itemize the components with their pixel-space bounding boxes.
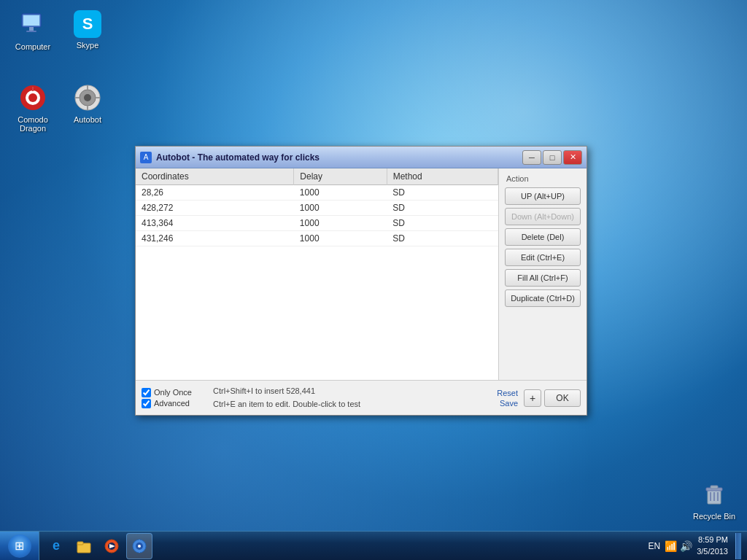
- up-button[interactable]: UP (Alt+UP): [505, 187, 581, 205]
- only-once-row: Only Once: [142, 388, 207, 397]
- dialog-table-area[interactable]: Coordinates Delay Method 28,26 1000 SD 4…: [136, 168, 499, 380]
- desktop: Computer S Skype Comodo Dragon: [0, 0, 747, 560]
- hint1: Ctrl+Shift+I to insert 528,441: [213, 385, 491, 398]
- edit-button[interactable]: Edit (Ctrl+E): [505, 249, 581, 266]
- duplicate-button[interactable]: Duplicate (Ctrl+D): [505, 289, 581, 307]
- svg-point-6: [28, 93, 37, 102]
- dialog-title-icon: A: [140, 152, 152, 163]
- hint2: Ctrl+E an item to edit. Double-click to …: [213, 398, 491, 411]
- autobot-icon-label: Autobot: [74, 115, 101, 124]
- taskbar-language: EN: [649, 541, 661, 551]
- cell-coords: 428,272: [136, 201, 294, 216]
- svg-rect-17: [711, 486, 718, 489]
- action-label: Action: [505, 174, 581, 183]
- taskbar: ⊞ e: [0, 531, 747, 560]
- svg-rect-7: [32, 87, 34, 91]
- desktop-icon-skype[interactable]: S Skype: [62, 7, 113, 52]
- taskbar-sys-icons: 📶 🔊: [665, 540, 692, 552]
- comodo-icon: [18, 83, 47, 112]
- show-desktop-button[interactable]: [735, 533, 741, 559]
- start-button[interactable]: ⊞: [0, 532, 39, 561]
- only-once-checkbox[interactable]: [142, 388, 151, 397]
- svg-rect-13: [75, 97, 80, 98]
- taskbar-volume-icon[interactable]: 🔊: [680, 540, 692, 552]
- autobot-dialog: A Autobot - The automated way for clicks…: [135, 146, 587, 416]
- skype-icon: S: [74, 10, 101, 38]
- col-method: Method: [387, 168, 498, 185]
- autobot-icon: [73, 83, 102, 112]
- taskbar-icons: e: [39, 532, 156, 560]
- recycle-bin-icon-label: Recycle Bin: [693, 512, 735, 521]
- svg-rect-22: [77, 542, 83, 545]
- cell-method: SD: [387, 231, 498, 246]
- dialog-titlebar[interactable]: A Autobot - The automated way for clicks…: [136, 147, 587, 168]
- table-header-row: Coordinates Delay Method: [136, 168, 498, 185]
- computer-icon-label: Computer: [15, 42, 50, 51]
- fill-all-button[interactable]: Fill All (Ctrl+F): [505, 269, 581, 287]
- table-row[interactable]: 431,246 1000 SD: [136, 231, 498, 246]
- table-row[interactable]: 428,272 1000 SD: [136, 201, 498, 216]
- cell-delay: 1000: [294, 201, 387, 216]
- comodo-icon-label: Comodo Dragon: [10, 115, 55, 133]
- skype-icon-label: Skype: [77, 41, 99, 50]
- clock-date: 3/5/2013: [697, 546, 728, 557]
- restore-button[interactable]: □: [543, 150, 562, 165]
- desktop-icon-computer[interactable]: Computer: [7, 7, 58, 54]
- taskbar-wmp-icon[interactable]: [98, 533, 125, 559]
- dialog-actions-panel: Action UP (Alt+UP) Down (Alt+Down) Delet…: [499, 168, 587, 380]
- cell-delay: 1000: [294, 231, 387, 246]
- recycle-bin-icon: [700, 480, 729, 509]
- desktop-icon-recycle[interactable]: Recycle Bin: [689, 477, 740, 524]
- table-row[interactable]: 413,364 1000 SD: [136, 216, 498, 231]
- advanced-checkbox[interactable]: [142, 399, 151, 408]
- svg-rect-2: [29, 27, 34, 31]
- cell-delay: 1000: [294, 185, 387, 201]
- desktop-icon-comodo[interactable]: Comodo Dragon: [7, 80, 58, 136]
- close-button[interactable]: ✕: [563, 150, 582, 165]
- dialog-window-controls: ─ □ ✕: [522, 150, 582, 165]
- ok-button[interactable]: OK: [544, 389, 581, 407]
- minimize-button[interactable]: ─: [522, 150, 541, 165]
- footer-checkboxes: Only Once Advanced: [142, 388, 207, 408]
- footer-links: Reset Save: [497, 389, 518, 408]
- taskbar-explorer-icon[interactable]: [71, 533, 97, 559]
- computer-icon: [18, 10, 47, 39]
- col-delay: Delay: [294, 168, 387, 185]
- cell-delay: 1000: [294, 216, 387, 231]
- cell-method: SD: [387, 216, 498, 231]
- down-button[interactable]: Down (Alt+Down): [505, 208, 581, 225]
- taskbar-clock[interactable]: 8:59 PM 3/5/2013: [697, 534, 728, 557]
- only-once-label: Only Once: [154, 388, 192, 397]
- svg-rect-1: [23, 15, 39, 26]
- reset-link[interactable]: Reset: [497, 389, 518, 397]
- cell-method: SD: [387, 201, 498, 216]
- start-orb: ⊞: [8, 534, 31, 558]
- svg-rect-11: [87, 85, 88, 90]
- dialog-body: Coordinates Delay Method 28,26 1000 SD 4…: [136, 168, 587, 380]
- svg-rect-12: [87, 106, 88, 110]
- cell-coords: 431,246: [136, 231, 294, 246]
- taskbar-right: EN 📶 🔊 8:59 PM 3/5/2013: [643, 532, 748, 560]
- dialog-footer: Only Once Advanced Ctrl+Shift+I to inser…: [136, 380, 587, 415]
- table-row[interactable]: 28,26 1000 SD: [136, 185, 498, 201]
- svg-rect-30: [139, 540, 140, 542]
- coordinates-table: Coordinates Delay Method 28,26 1000 SD 4…: [136, 168, 498, 246]
- delete-button[interactable]: Delete (Del): [505, 228, 581, 246]
- plus-button[interactable]: +: [524, 389, 541, 407]
- svg-rect-31: [139, 550, 140, 553]
- clock-time: 8:59 PM: [697, 534, 728, 545]
- taskbar-network-icon[interactable]: 📶: [665, 540, 677, 552]
- desktop-icon-autobot[interactable]: Autobot: [62, 80, 113, 127]
- svg-rect-3: [26, 31, 36, 32]
- advanced-label: Advanced: [154, 399, 190, 408]
- dialog-title-text: Autobot - The automated way for clicks: [156, 152, 522, 163]
- save-link[interactable]: Save: [500, 399, 518, 408]
- col-coordinates: Coordinates: [136, 168, 294, 185]
- svg-rect-14: [96, 97, 100, 98]
- taskbar-autobot-icon[interactable]: [126, 533, 152, 559]
- svg-point-10: [84, 94, 91, 101]
- taskbar-ie-icon[interactable]: e: [43, 533, 69, 559]
- svg-point-29: [138, 545, 141, 548]
- cell-method: SD: [387, 185, 498, 201]
- advanced-row: Advanced: [142, 399, 207, 408]
